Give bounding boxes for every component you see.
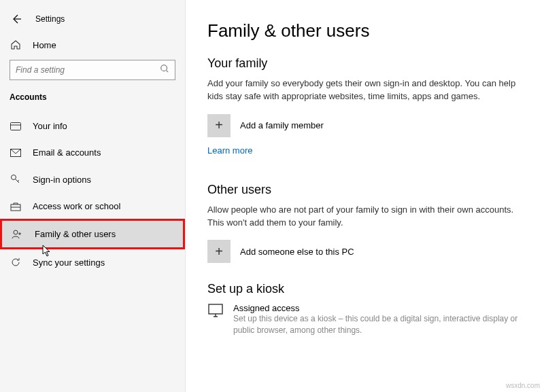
nav-item-email[interactable]: Email & accounts (0, 139, 185, 166)
envelope-icon (10, 149, 22, 157)
sidebar-header: Settings (0, 7, 185, 34)
add-family-label: Add a family member (240, 120, 324, 130)
home-label: Home (33, 40, 56, 50)
page-title: Family & other users (207, 20, 522, 41)
nav-list: Your info Email & accounts Sign-in optio… (0, 113, 185, 276)
nav-label: Your info (33, 121, 67, 131)
nav-item-signin[interactable]: Sign-in options (0, 166, 185, 193)
svg-point-5 (14, 230, 18, 234)
nav-label: Access work or school (33, 201, 120, 211)
plus-icon: + (207, 240, 231, 263)
svg-point-0 (161, 65, 167, 71)
search-field[interactable] (16, 65, 160, 75)
nav-label: Email & accounts (33, 147, 101, 158)
svg-rect-1 (11, 122, 21, 130)
back-button[interactable] (10, 12, 23, 26)
nav-label: Sync your settings (33, 257, 105, 268)
search-input[interactable] (10, 60, 175, 80)
sync-icon (10, 257, 22, 268)
add-other-user-button[interactable]: + Add someone else to this PC (207, 240, 522, 263)
svg-rect-6 (209, 304, 222, 314)
nav-item-family[interactable]: Family & other users (2, 221, 183, 247)
home-button[interactable]: Home (0, 34, 185, 60)
assigned-access-button[interactable]: Assigned access Set up this device as a … (207, 303, 522, 336)
other-users-title: Other users (207, 183, 522, 197)
key-icon (10, 174, 22, 185)
sidebar-section-title: Accounts (0, 92, 185, 107)
nav-item-family-highlight: Family & other users (0, 219, 185, 249)
family-description: Add your family so everybody gets their … (207, 77, 522, 103)
add-other-label: Add someone else to this PC (240, 247, 354, 257)
briefcase-icon (10, 202, 22, 211)
nav-item-your-info[interactable]: Your info (0, 113, 185, 139)
monitor-icon (207, 303, 224, 318)
family-title: Your family (207, 56, 522, 71)
watermark: wsxdn.com (506, 382, 540, 389)
people-icon (12, 230, 24, 239)
kiosk-label: Assigned access (233, 303, 522, 313)
nav-label: Family & other users (35, 229, 116, 239)
search-icon (160, 64, 169, 76)
kiosk-title: Set up a kiosk (207, 282, 522, 296)
nav-label: Sign-in options (33, 175, 91, 185)
arrow-left-icon (11, 14, 22, 24)
other-users-description: Allow people who are not part of your fa… (207, 204, 522, 230)
sidebar: Settings Home Accounts Your info (0, 0, 186, 392)
home-icon (10, 39, 22, 50)
kiosk-description: Set up this device as a kiosk – this cou… (233, 313, 522, 336)
add-family-member-button[interactable]: + Add a family member (207, 114, 522, 137)
app-title: Settings (35, 14, 65, 24)
plus-icon: + (207, 114, 231, 137)
card-icon (10, 122, 22, 130)
learn-more-link[interactable]: Learn more (207, 145, 252, 156)
main-content: Family & other users Your family Add you… (186, 0, 544, 392)
nav-item-work-school[interactable]: Access work or school (0, 193, 185, 219)
svg-point-3 (12, 175, 16, 180)
nav-item-sync[interactable]: Sync your settings (0, 249, 185, 276)
